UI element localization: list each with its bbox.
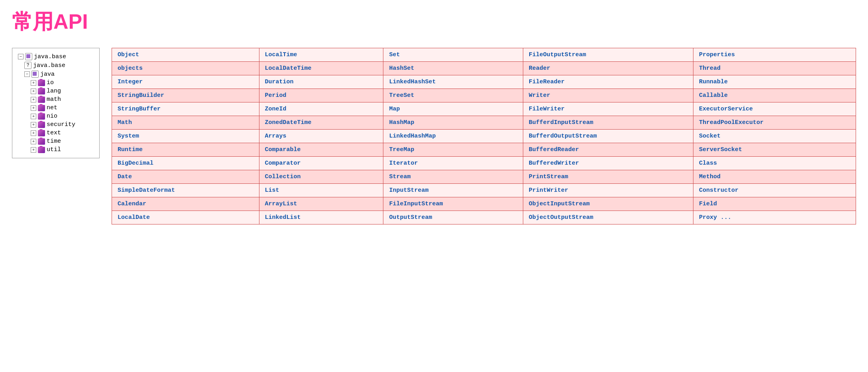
table-cell: ThreadPoolExecutor [693,116,856,130]
package-icon [38,80,45,86]
table-cell: ZoneId [259,102,383,116]
tree-expand-pkg[interactable]: + [31,114,36,119]
tree-expand-pkg[interactable]: + [31,97,36,102]
tree-package-item: + util [31,146,94,154]
table-cell: Runtime [112,143,259,157]
table-cell: HashMap [383,116,523,130]
table-cell: objects [112,62,259,75]
table-cell: Calendar [112,197,259,211]
question-icon: ? [24,62,31,69]
tree-expand-pkg[interactable]: + [31,147,36,153]
table-row: IntegerDurationLinkedHashSetFileReaderRu… [112,75,856,89]
package-icon [38,113,45,120]
main-layout: − java.base ? java.base − java + io + la… [12,48,856,224]
table-cell: OutputStream [383,211,523,224]
table-row: BigDecimalComparatorIteratorBufferedWrit… [112,157,856,170]
package-icon [38,130,45,136]
table-cell: Arrays [259,130,383,143]
table-row: objectsLocalDateTimeHashSetReaderThread [112,62,856,75]
table-cell: Comparator [259,157,383,170]
tree-expand-root[interactable]: − [18,54,24,59]
package-icon [38,147,45,153]
package-label: lang [47,88,61,94]
table-row: DateCollectionStreamPrintStreamMethod [112,170,856,184]
tree-package-item: + text [31,129,94,137]
tree-expand-pkg[interactable]: + [31,89,36,94]
table-cell: HashSet [383,62,523,75]
table-cell: Collection [259,170,383,184]
tree-package-item: + net [31,104,94,112]
table-cell: ArrayList [259,197,383,211]
table-cell: Stream [383,170,523,184]
tree-package-item: + lang [31,87,94,95]
table-cell: FileWriter [523,102,693,116]
table-cell: SimpleDateFormat [112,184,259,197]
table-cell: List [259,184,383,197]
java-module-icon [31,71,39,78]
tree-expand-pkg[interactable]: + [31,130,36,136]
table-cell: BufferedWriter [523,157,693,170]
table-cell: Callable [693,89,856,102]
table-cell: Proxy ... [693,211,856,224]
module-icon [25,53,32,60]
table-cell: FileOutputStream [523,48,693,62]
table-cell: Integer [112,75,259,89]
table-cell: ServerSocket [693,143,856,157]
package-label: time [47,138,61,145]
tree-javabase-label: java.base [33,62,65,69]
tree-expand-pkg[interactable]: + [31,139,36,144]
tree-expand-pkg[interactable]: + [31,122,36,128]
table-row: LocalDateLinkedListOutputStreamObjectOut… [112,211,856,224]
table-row: StringBufferZoneIdMapFileWriterExecutorS… [112,102,856,116]
table-cell: Duration [259,75,383,89]
table-cell: Period [259,89,383,102]
tree-package-item: + math [31,95,94,104]
table-cell: LinkedHashMap [383,130,523,143]
table-cell: LocalDateTime [259,62,383,75]
package-label: nio [47,113,57,120]
table-cell: LocalDate [112,211,259,224]
table-cell: Map [383,102,523,116]
tree-java-label: java [40,71,55,78]
package-label: io [47,79,54,86]
table-cell: Comparable [259,143,383,157]
table-cell: Constructor [693,184,856,197]
tree-children-root: ? java.base − java + io + lang + math + … [18,61,94,154]
table-cell: System [112,130,259,143]
tree-package-item: + security [31,120,94,129]
tree-expand-java[interactable]: − [24,71,30,77]
table-cell: Writer [523,89,693,102]
table-cell: StringBuilder [112,89,259,102]
table-cell: Properties [693,48,856,62]
table-cell: Class [693,157,856,170]
tree-package-item: + io [31,79,94,87]
table-cell: ExecutorService [693,102,856,116]
table-cell: PrintStream [523,170,693,184]
tree-root-label: java.base [34,53,66,60]
table-row: StringBuilderPeriodTreeSetWriterCallable [112,89,856,102]
table-row: CalendarArrayListFileInputStreamObjectIn… [112,197,856,211]
table-cell: LinkedHashSet [383,75,523,89]
package-label: net [47,104,57,111]
table-cell: BigDecimal [112,157,259,170]
tree-expand-pkg[interactable]: + [31,80,36,86]
page-title: 常用API [12,8,856,36]
table-cell: BufferedReader [523,143,693,157]
table-cell: Runnable [693,75,856,89]
table-row: SystemArraysLinkedHashMapBufferdOutputSt… [112,130,856,143]
tree-panel: − java.base ? java.base − java + io + la… [12,48,100,158]
table-cell: TreeMap [383,143,523,157]
table-cell: Thread [693,62,856,75]
table-cell: LinkedList [259,211,383,224]
tree-children-java: + io + lang + math + net + nio + securit… [24,79,94,154]
table-cell: StringBuffer [112,102,259,116]
table-cell: BufferdInputStream [523,116,693,130]
tree-javabase-child: ? java.base [24,61,94,70]
table-cell: FileReader [523,75,693,89]
table-cell: BufferdOutputStream [523,130,693,143]
tree-root-item: − java.base [18,52,94,61]
api-table: ObjectLocalTimeSetFileOutputStreamProper… [112,48,856,224]
tree-package-item: + nio [31,112,94,120]
tree-expand-pkg[interactable]: + [31,105,36,111]
package-icon [38,122,45,128]
